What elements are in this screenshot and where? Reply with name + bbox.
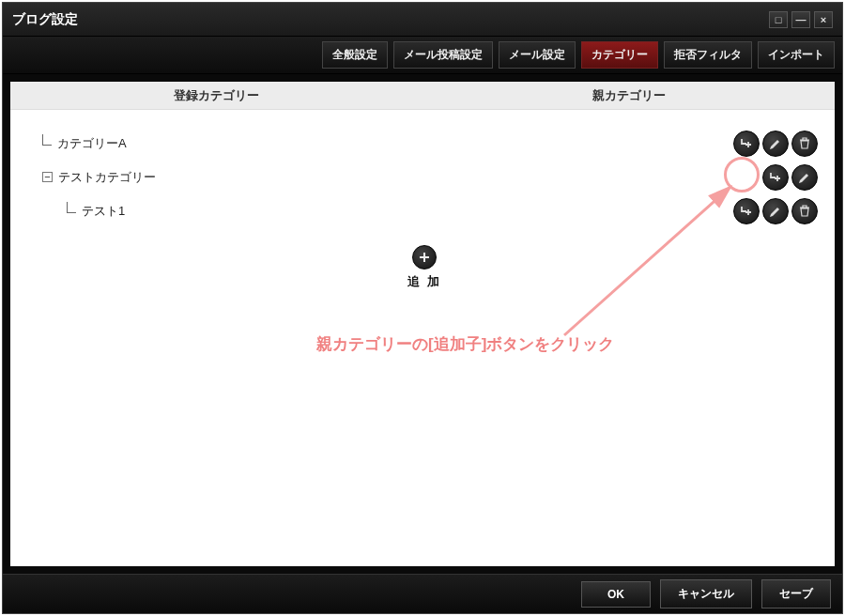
- tab-general[interactable]: 全般設定: [322, 41, 388, 69]
- blog-settings-window: ブログ設定 □ — × 全般設定 メール投稿設定 メール設定 カテゴリー 拒否フ…: [2, 2, 843, 614]
- tree-item-label[interactable]: カテゴリーA: [57, 135, 127, 152]
- edit-button[interactable]: [791, 164, 818, 191]
- tab-reject-filter[interactable]: 拒否フィルタ: [664, 41, 752, 69]
- titlebar: ブログ設定 □ — ×: [3, 3, 842, 37]
- content-area: 登録カテゴリー 親カテゴリー カテゴリーA: [10, 82, 835, 566]
- column-header: 登録カテゴリー 親カテゴリー: [10, 82, 835, 110]
- add-child-button[interactable]: [733, 131, 760, 157]
- close-icon: ×: [821, 14, 826, 25]
- row-actions: [733, 131, 822, 157]
- tab-mail-settings[interactable]: メール設定: [499, 41, 576, 69]
- expander-toggle[interactable]: −: [42, 172, 53, 182]
- maximize-button[interactable]: □: [769, 11, 788, 28]
- plus-icon: [417, 250, 432, 265]
- minimize-button[interactable]: —: [791, 11, 810, 28]
- column-parent: 親カテゴリー: [422, 82, 835, 109]
- tree-connector: [67, 202, 76, 213]
- maximize-icon: □: [776, 14, 782, 25]
- tree-item-label[interactable]: テストカテゴリー: [58, 169, 156, 186]
- window-title: ブログ設定: [12, 11, 78, 28]
- add-category-button[interactable]: [412, 245, 437, 270]
- column-registered: 登録カテゴリー: [10, 82, 422, 109]
- edit-button[interactable]: [762, 131, 789, 157]
- tree-connector: [42, 134, 52, 146]
- tab-category[interactable]: カテゴリー: [581, 41, 658, 69]
- minimize-icon: —: [796, 14, 807, 25]
- delete-button[interactable]: [791, 131, 818, 157]
- row-actions: [762, 164, 822, 191]
- delete-button[interactable]: [791, 198, 818, 224]
- tab-import[interactable]: インポート: [758, 41, 835, 69]
- pencil-icon: [797, 170, 812, 185]
- pencil-icon: [768, 136, 783, 151]
- tree-item-label[interactable]: テスト1: [82, 203, 125, 220]
- save-button[interactable]: セーブ: [761, 579, 831, 608]
- footer-bar: OK キャンセル セーブ: [3, 574, 842, 613]
- tab-mail-post[interactable]: メール投稿設定: [393, 41, 493, 69]
- trash-icon: [797, 204, 812, 219]
- svg-line-0: [564, 187, 730, 335]
- close-button[interactable]: ×: [814, 11, 833, 28]
- cancel-button[interactable]: キャンセル: [660, 579, 752, 608]
- trash-icon: [797, 136, 812, 151]
- tree-item-label-wrap: カテゴリーA: [27, 135, 733, 152]
- add-child-icon: [739, 136, 754, 151]
- ok-button[interactable]: OK: [581, 581, 651, 608]
- tree-row: カテゴリーA: [27, 127, 822, 161]
- annotation-text: 親カテゴリーの[追加子]ボタンをクリック: [316, 333, 614, 355]
- tab-bar: 全般設定 メール投稿設定 メール設定 カテゴリー 拒否フィルタ インポート: [3, 37, 842, 74]
